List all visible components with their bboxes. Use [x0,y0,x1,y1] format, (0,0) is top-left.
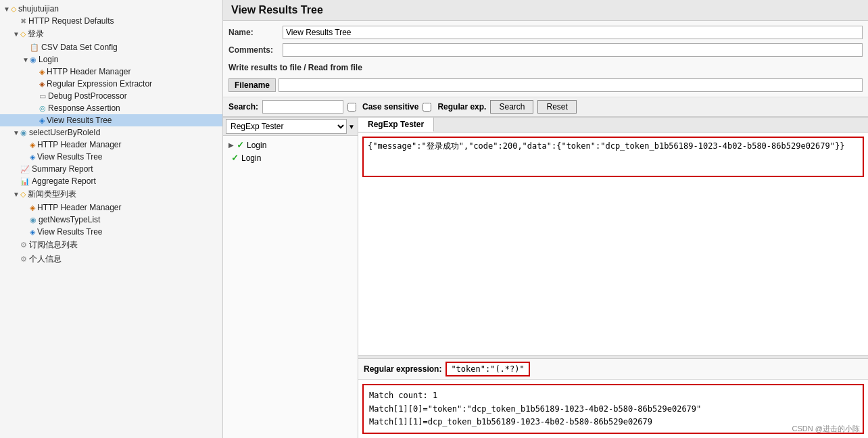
sidebar-label-login-group: 登录 [28,28,44,40]
form-section: Name: Comments: Write results to file / … [223,21,868,97]
results-area: RegExp TesterSampler resultRequestRespon… [223,117,868,438]
regex-label: Regular expression: [364,364,441,374]
regular-exp-label: Regular exp. [437,102,486,112]
sidebar-label-http-header-1: HTTP Header Manager [47,67,131,76]
reset-button[interactable]: Reset [537,100,576,114]
filename-label: Filename [228,78,276,92]
sidebar-item-news-group[interactable]: ▼◇新闻类型列表 [0,187,222,201]
request-expander-0: ▶ [228,141,234,149]
success-icon-0: ✓ [237,140,244,150]
folder-icon: ◇ [11,5,16,14]
case-sensitive-label: Case sensitive [362,102,418,112]
page-title: View Results Tree [223,0,868,21]
comments-label: Comments: [228,45,283,55]
sidebar-item-order-group[interactable]: ⚙订阅信息列表 [0,238,222,252]
sidebar-item-personal-group[interactable]: ⚙个人信息 [0,252,222,266]
sidebar-item-http-header-2[interactable]: ◈HTTP Header Manager [0,139,222,151]
sidebar-item-http-defaults[interactable]: ✖HTTP Request Defaults [0,15,222,27]
sidebar-item-summary-report[interactable]: 📈Summary Report [0,163,222,175]
results-tree-icon: ◈ [30,228,35,237]
summary-icon: 📈 [20,165,30,174]
sidebar-item-login-group[interactable]: ▼◇登录 [0,27,222,41]
name-label: Name: [228,28,283,37]
request-list: ▶✓Login ✓Login [223,136,358,438]
sidebar-item-login[interactable]: ▼◉Login [0,53,222,66]
header-icon: ◈ [30,203,35,212]
brand-label: CSDN @进击的小陈 [792,424,860,434]
success-icon-1: ✓ [231,153,239,163]
aggregate-icon: 📊 [20,177,30,186]
search-input[interactable] [262,100,343,114]
sidebar-label-select-user: selectUserByRoleId [29,128,100,137]
search-label: Search: [228,102,258,112]
sidebar-item-aggregate-report[interactable]: 📊Aggregate Report [0,175,222,187]
dropdown-arrow-icon: ▼ [348,123,355,130]
sidebar-item-http-header-3[interactable]: ◈HTTP Header Manager [0,201,222,214]
request-name-1: Login [241,153,261,163]
main-content: View Results Tree Name: Comments: Write … [223,0,868,438]
sidebar-item-view-results-2[interactable]: ◈View Results Tree [0,151,222,163]
sidebar-label-http-defaults: HTTP Request Defaults [28,16,114,26]
csv-icon: 📋 [30,43,39,52]
header-icon: ◈ [39,68,45,76]
case-sensitive-checkbox[interactable] [347,103,356,112]
write-results-label: Write results to file / Read from file [228,61,362,74]
sidebar-item-select-user[interactable]: ▼◉selectUserByRoleId [0,126,222,139]
debug-icon: ▭ [39,92,46,101]
regex-value: "token":"(.*?)" [445,362,529,376]
sidebar-label-root: shujutuijian [18,4,59,14]
sidebar-item-http-header-1[interactable]: ◈HTTP Header Manager [0,66,222,78]
sidebar-item-root[interactable]: ▼◇shujutuijian [0,3,222,15]
dropdown-select[interactable]: RegExp TesterSampler resultRequestRespon… [226,119,347,134]
content-panel: RegExp Tester {"message":"登录成功","code":2… [358,118,868,438]
sidebar-label-http-header-2: HTTP Header Manager [37,140,122,149]
tab-regexp-tester[interactable]: RegExp Tester [358,118,434,132]
sidebar-label-personal-group: 个人信息 [29,253,62,265]
sidebar-label-view-results-1: View Results Tree [47,116,112,125]
sidebar-item-regex-extractor[interactable]: ◈Regular Expression Extractor [0,78,222,90]
assertion-icon: ◎ [39,104,46,113]
gear-icon: ⚙ [20,241,27,249]
sidebar-item-view-results-3[interactable]: ◈View Results Tree [0,226,222,238]
results-tree-icon: ◈ [30,153,35,162]
spacer [358,181,868,355]
match-result-box: Match count: 1 Match[1][0]="token":"dcp_… [362,384,864,434]
sidebar-label-http-header-3: HTTP Header Manager [37,203,122,212]
sidebar-item-response-assertion[interactable]: ◎Response Assertion [0,102,222,114]
sidebar-label-order-group: 订阅信息列表 [29,239,78,251]
sidebar-item-csv-config[interactable]: 📋CSV Data Set Config [0,41,222,53]
sidebar-label-debug-pp: Debug PostProcessor [48,91,127,101]
sidebar-label-response-assertion: Response Assertion [48,103,120,113]
results-tree-icon: ◈ [39,116,45,125]
sidebar-label-regex-extractor: Regular Expression Extractor [47,79,152,89]
match-count: Match count: 1 [369,389,857,402]
gear-icon: ⚙ [20,255,27,264]
select-icon: ◉ [20,128,27,137]
sidebar-label-get-news: getNewsTypeList [39,215,100,224]
sidebar-item-view-results-1[interactable]: ◈View Results Tree [0,114,222,126]
regex-icon: ◈ [39,80,45,89]
name-input[interactable] [283,26,863,39]
search-button[interactable]: Search [490,100,533,114]
sidebar-label-login: Login [39,55,58,64]
request-item-1[interactable]: ✓Login [226,151,355,164]
wrench-icon: ✖ [20,17,26,26]
content-tabs: RegExp Tester [358,118,868,132]
header-icon: ◈ [30,141,35,149]
sidebar-item-debug-pp[interactable]: ▭Debug PostProcessor [0,90,222,102]
sidebar-label-aggregate-report: Aggregate Report [32,176,96,186]
search-bar: Search: Case sensitive Regular exp. Sear… [223,97,868,117]
dropdown-header: RegExp TesterSampler resultRequestRespon… [223,118,358,136]
regular-exp-checkbox[interactable] [423,103,431,112]
sidebar-label-csv-config: CSV Data Set Config [41,43,118,52]
sidebar-label-view-results-2: View Results Tree [37,152,103,162]
folder-icon: ◇ [20,190,26,199]
folder-icon: ◇ [20,30,26,39]
filename-input[interactable] [279,78,863,92]
request-panel: RegExp TesterSampler resultRequestRespon… [223,118,358,438]
match-line2: Match[1][1]=dcp_token_b1b56189-1023-4b02… [369,416,857,429]
comments-input[interactable] [283,43,863,57]
sidebar-item-get-news[interactable]: ◉getNewsTypeList [0,214,222,226]
request-name-0: Login [247,141,266,150]
request-item-0[interactable]: ▶✓Login [226,139,355,151]
